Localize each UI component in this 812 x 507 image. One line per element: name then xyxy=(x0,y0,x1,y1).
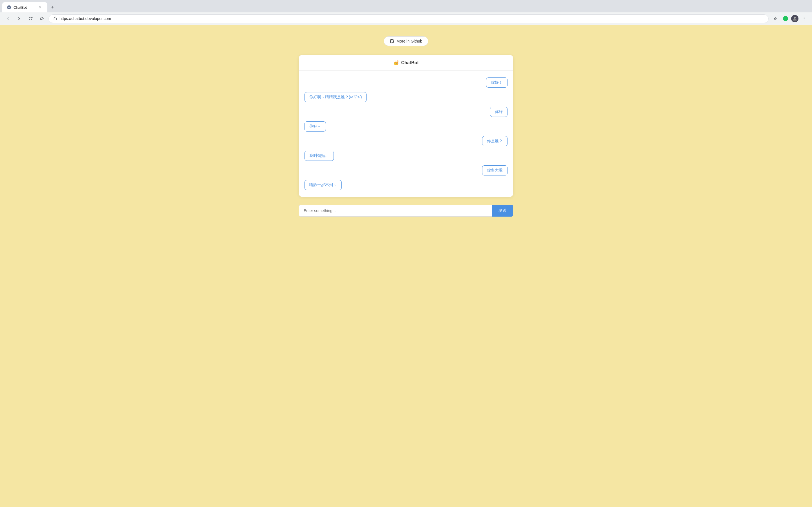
github-icon xyxy=(390,39,394,43)
message-row: 喵龄一岁不到～ xyxy=(305,180,507,190)
back-button[interactable] xyxy=(3,14,12,23)
message-row: 你是谁？ xyxy=(305,136,507,146)
message-bubble: 你好 xyxy=(490,107,507,117)
message-bubble: 你多大啦 xyxy=(482,165,507,175)
message-bubble: 我叫锅贴。 xyxy=(305,151,334,161)
svg-rect-1 xyxy=(8,7,9,8)
active-tab[interactable]: ChatBot × xyxy=(2,2,47,12)
menu-button[interactable] xyxy=(800,14,809,23)
address-bar[interactable]: https://chatbot.dovolopor.com xyxy=(49,14,769,23)
message-bubble: 你好啊～猜猜我是谁？(/≥▽≤/) xyxy=(305,92,366,102)
chat-input[interactable] xyxy=(299,205,492,217)
forward-button[interactable] xyxy=(15,14,24,23)
page-content: More in Github 👑 ChatBot 你好！ 你好啊～猜猜我是谁？(… xyxy=(0,25,812,507)
tab-close-button[interactable]: × xyxy=(37,4,43,10)
tab-favicon xyxy=(7,5,11,10)
browser-chrome: ChatBot × + xyxy=(0,0,812,25)
chat-header-title: ChatBot xyxy=(401,60,419,65)
message-bubble: 你好～ xyxy=(305,121,326,131)
chat-messages: 你好！ 你好啊～猜猜我是谁？(/≥▽≤/) 你好 你好～ 你是谁？ 我叫锅贴。 xyxy=(299,71,513,197)
svg-point-6 xyxy=(794,17,796,18)
svg-rect-5 xyxy=(54,18,57,20)
svg-point-9 xyxy=(804,20,804,20)
url-text: https://chatbot.dovolopor.com xyxy=(59,16,764,21)
new-tab-button[interactable]: + xyxy=(49,3,56,11)
svg-rect-2 xyxy=(9,7,10,8)
message-row: 你好！ xyxy=(305,77,507,88)
nav-actions xyxy=(771,14,809,23)
chat-header-icon: 👑 xyxy=(393,60,399,65)
extension-button[interactable] xyxy=(781,14,790,23)
svg-point-8 xyxy=(804,18,804,19)
chat-header: 👑 ChatBot xyxy=(299,55,513,71)
message-bubble: 喵龄一岁不到～ xyxy=(305,180,342,190)
message-row: 你好～ xyxy=(305,121,507,131)
refresh-button[interactable] xyxy=(26,14,35,23)
message-row: 你多大啦 xyxy=(305,165,507,175)
github-button-label: More in Github xyxy=(396,39,422,43)
message-bubble: 你是谁？ xyxy=(482,136,507,146)
message-bubble: 你好！ xyxy=(486,77,507,88)
svg-point-7 xyxy=(804,17,804,17)
tab-bar: ChatBot × + xyxy=(0,0,812,12)
message-row: 你好 xyxy=(305,107,507,117)
message-row: 我叫锅贴。 xyxy=(305,151,507,161)
lock-icon xyxy=(53,16,57,21)
chat-container: 👑 ChatBot 你好！ 你好啊～猜猜我是谁？(/≥▽≤/) 你好 你好～ xyxy=(299,55,513,197)
message-row: 你好啊～猜猜我是谁？(/≥▽≤/) xyxy=(305,92,507,102)
input-area: 发送 xyxy=(299,205,513,217)
send-button-label: 发送 xyxy=(499,208,506,213)
svg-rect-0 xyxy=(7,6,11,9)
tab-title: ChatBot xyxy=(13,5,27,10)
svg-rect-4 xyxy=(9,5,9,6)
home-button[interactable] xyxy=(37,14,46,23)
send-button[interactable]: 发送 xyxy=(492,205,513,217)
bookmark-button[interactable] xyxy=(771,14,780,23)
profile-avatar[interactable] xyxy=(791,15,799,22)
nav-bar: https://chatbot.dovolopor.com xyxy=(0,12,812,25)
github-button[interactable]: More in Github xyxy=(384,36,428,46)
